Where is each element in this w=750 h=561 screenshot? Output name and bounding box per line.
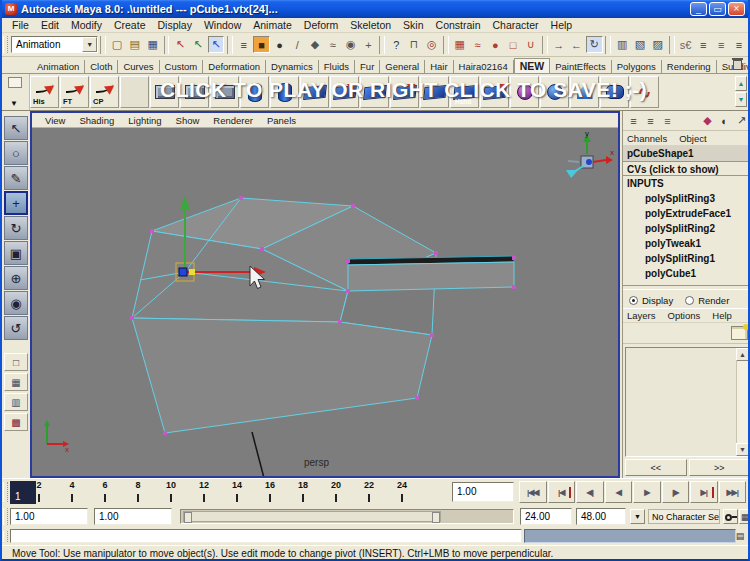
panel-menu-renderer[interactable]: Renderer — [206, 115, 260, 126]
shelf-poly-icon-4[interactable] — [390, 76, 419, 108]
range-slider-track[interactable] — [180, 509, 514, 524]
range-slider[interactable]: 1.00 1.00 24.00 48.00 ▼ No Character Set… — [2, 505, 748, 528]
display-radio-label[interactable]: Display — [642, 295, 673, 306]
render-radio-label[interactable]: Render — [698, 295, 729, 306]
split-pane-layout-button[interactable]: ▥ — [4, 393, 28, 411]
shelf-tab-hair[interactable]: Hair — [425, 60, 453, 73]
snap-point-icon[interactable]: ● — [487, 36, 504, 53]
curves-mask-icon[interactable]: ≈ — [324, 36, 341, 53]
render-current-frame-icon[interactable]: ▥ — [614, 36, 631, 53]
panel-menu-lighting[interactable]: Lighting — [121, 115, 168, 126]
help-mode-icon[interactable]: ? — [388, 36, 405, 53]
manip-center-handle[interactable] — [189, 269, 195, 275]
shelf-empty-slot[interactable] — [120, 76, 149, 108]
command-input[interactable] — [10, 529, 522, 543]
shelf-scroll-up-button[interactable]: ▲ — [735, 76, 747, 91]
channel-menu-object[interactable]: Object — [679, 133, 706, 144]
current-time-field[interactable]: 1.00 — [452, 482, 514, 502]
channel-layout-icon-3[interactable]: ≡ — [659, 113, 676, 129]
tool-settings-toggle-icon[interactable]: ≡ — [713, 36, 730, 53]
faces-mask-icon[interactable]: ◆ — [307, 36, 324, 53]
play-backwards-button[interactable]: ◀ — [605, 481, 633, 503]
range-slider-bar[interactable] — [183, 511, 441, 522]
shelf-cp-button[interactable]: CP — [90, 76, 119, 108]
shelf-pedestal-icon[interactable] — [570, 76, 599, 108]
channel-input-polyextrudeface1[interactable]: polyExtrudeFace1 — [623, 206, 750, 221]
go-to-end-button[interactable]: ▶▶| — [719, 481, 747, 503]
points-mask-icon[interactable]: ● — [271, 36, 288, 53]
scroll-up-icon[interactable]: ▲ — [736, 348, 749, 361]
shelf-tab-fluids[interactable]: Fluids — [319, 60, 355, 73]
shelf-mesh-icon-2[interactable] — [180, 76, 209, 108]
rotate-tool[interactable]: ↻ — [4, 216, 28, 240]
shelf-tab-fur[interactable]: Fur — [355, 60, 380, 73]
menu-file[interactable]: File — [6, 19, 35, 31]
cvs-row[interactable]: CVs (click to show) — [623, 161, 750, 176]
panel-menu-view[interactable]: View — [38, 115, 72, 126]
open-scene-icon[interactable]: ▤ — [126, 36, 143, 53]
toolbar-separator[interactable] — [542, 36, 548, 54]
character-set-dropdown-icon[interactable]: ▼ — [630, 509, 645, 524]
shelf-tab-rendering[interactable]: Rendering — [662, 60, 717, 73]
menu-animate[interactable]: Animate — [247, 19, 298, 31]
display-radio[interactable] — [629, 296, 638, 305]
menu-create[interactable]: Create — [108, 19, 152, 31]
close-button[interactable]: × — [728, 2, 745, 16]
snap-grid-icon[interactable]: ▦ — [451, 36, 468, 53]
paint-select-tool[interactable]: ✎ — [4, 166, 28, 190]
toolbar-separator[interactable] — [164, 36, 170, 54]
render-settings-icon[interactable]: ▨ — [649, 36, 666, 53]
construction-history-icon[interactable]: ↻ — [586, 36, 603, 53]
layer-menu-help[interactable]: Help — [712, 310, 732, 321]
shelf-scroll-down-button[interactable]: ▼ — [735, 92, 747, 107]
step-forward-key-button[interactable]: ▶| — [690, 481, 718, 503]
create-layer-icon[interactable] — [731, 326, 748, 340]
shelf-ft-button[interactable]: FT — [60, 76, 89, 108]
scroll-down-icon[interactable]: ▼ — [736, 443, 749, 456]
shelf-squiggle-icon[interactable]: ∿ — [630, 76, 659, 108]
shelf-tab-haira02164[interactable]: Haira02164 — [454, 60, 514, 73]
highlight-selection-icon[interactable]: ◎ — [424, 36, 441, 53]
shelf-selector-box[interactable] — [8, 77, 22, 88]
commandline-grip[interactable] — [3, 531, 8, 542]
channel-layout-icon-1[interactable]: ≡ — [625, 113, 642, 129]
soft-mod-tool[interactable]: ◉ — [4, 291, 28, 315]
shelf-selector[interactable]: ▼ — [4, 74, 30, 110]
select-by-object-type-icon[interactable]: ■ — [253, 36, 270, 53]
channel-object-row[interactable]: pCubeShape1 — [623, 146, 750, 161]
toolbar-separator[interactable] — [379, 36, 385, 54]
menu-modify[interactable]: Modify — [65, 19, 108, 31]
select-component-icon[interactable]: ↖ — [208, 36, 225, 53]
shelf-his-button[interactable]: His — [30, 76, 59, 108]
go-to-start-button[interactable]: |◀◀ — [519, 481, 547, 503]
shelf-poly-icon-1[interactable] — [300, 76, 329, 108]
script-editor-icon[interactable]: ▤ — [734, 530, 746, 542]
shelf-tab-curves[interactable]: Curves — [118, 60, 159, 73]
shelf-tab-custom[interactable]: Custom — [160, 60, 204, 73]
snap-plane-icon[interactable]: □ — [505, 36, 522, 53]
selection-mask-dropdown-icon[interactable]: ≡ — [235, 36, 252, 53]
channel-layout-icon-2[interactable]: ≡ — [642, 113, 659, 129]
shelf-mesh-icon-1[interactable] — [150, 76, 179, 108]
channel-input-polycube1[interactable]: polyCube1 — [623, 266, 750, 281]
lines-mask-icon[interactable]: / — [289, 36, 306, 53]
shelf-tab-polygons[interactable]: Polygons — [612, 60, 662, 73]
toolbar-separator[interactable] — [443, 36, 449, 54]
color-feedback-icon[interactable]: ◆ — [699, 113, 716, 129]
title-bar[interactable]: M Autodesk Maya 8.0: .\untitled --- pCub… — [2, 0, 748, 18]
menu-character[interactable]: Character — [487, 19, 545, 31]
menu-window[interactable]: Window — [198, 19, 247, 31]
menu-skin[interactable]: Skin — [397, 19, 429, 31]
shelf-hshd-button[interactable]: Hshd — [450, 76, 479, 108]
channel-input-polysplitring1[interactable]: polySplitRing1 — [623, 251, 750, 266]
menu-help[interactable]: Help — [545, 19, 579, 31]
new-scene-icon[interactable]: ▢ — [109, 36, 126, 53]
shelf-tab-general[interactable]: General — [380, 60, 425, 73]
rangeslider-grip[interactable] — [3, 508, 8, 525]
shelf-tab-deformation[interactable]: Deformation — [203, 60, 266, 73]
scale-tool[interactable]: ▣ — [4, 241, 28, 265]
menu-deform[interactable]: Deform — [298, 19, 344, 31]
layer-menu-options[interactable]: Options — [668, 310, 701, 321]
character-set-field[interactable]: No Character Set — [648, 509, 720, 524]
shelf-cylinder-icon-1[interactable] — [240, 76, 269, 108]
